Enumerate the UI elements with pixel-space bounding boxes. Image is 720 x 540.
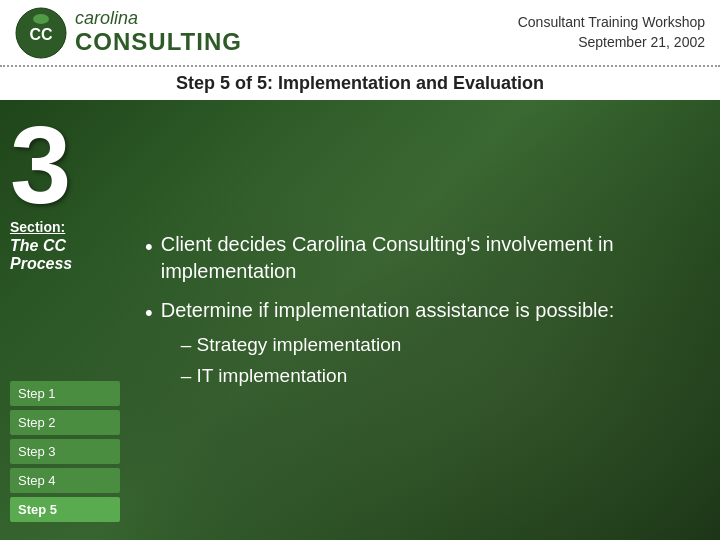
right-content: • Client decides Carolina Consulting's i… bbox=[130, 100, 720, 537]
step-buttons: Step 1 Step 2 Step 3 Step 4 Step 5 bbox=[10, 381, 120, 522]
sub-bullet-1: – Strategy implementation bbox=[181, 332, 615, 359]
sub-bullet-text-2: – IT implementation bbox=[181, 363, 348, 390]
section-name-line2: Process bbox=[10, 255, 120, 273]
step-3-button[interactable]: Step 3 bbox=[10, 439, 120, 464]
sub-bullet-2: – IT implementation bbox=[181, 363, 615, 390]
sub-bullet-text-1: – Strategy implementation bbox=[181, 332, 402, 359]
bullet-item-1: • Client decides Carolina Consulting's i… bbox=[145, 231, 690, 285]
svg-point-2 bbox=[33, 14, 49, 24]
bullet-text-1: Client decides Carolina Consulting's inv… bbox=[161, 231, 690, 285]
header-title-line2: September 21, 2002 bbox=[518, 33, 705, 53]
sub-bullet-list: – Strategy implementation – IT implement… bbox=[181, 332, 615, 389]
header: CC carolina CONSULTING Consultant Traini… bbox=[0, 0, 720, 65]
section-label: Section: bbox=[10, 219, 120, 235]
logo-carolina-text: carolina bbox=[75, 9, 242, 29]
logo-area: CC carolina CONSULTING bbox=[15, 7, 242, 59]
header-title-line1: Consultant Training Workshop bbox=[518, 13, 705, 33]
step-title-bar: Step 5 of 5: Implementation and Evaluati… bbox=[0, 65, 720, 100]
logo-text: carolina CONSULTING bbox=[75, 9, 242, 55]
bullet-item-2: • Determine if implementation assistance… bbox=[145, 297, 690, 393]
header-title: Consultant Training Workshop September 2… bbox=[518, 13, 705, 52]
bullet-text-2: Determine if implementation assistance i… bbox=[161, 299, 615, 321]
logo-icon: CC bbox=[15, 7, 67, 59]
big-number: 3 bbox=[10, 115, 120, 214]
svg-text:CC: CC bbox=[29, 25, 53, 42]
bullet-content-2: Determine if implementation assistance i… bbox=[161, 297, 615, 393]
left-sidebar: 3 Section: The CC Process Step 1 Step 2 … bbox=[0, 100, 130, 537]
step-1-button[interactable]: Step 1 bbox=[10, 381, 120, 406]
bullet-dot-2: • bbox=[145, 298, 153, 328]
section-name-line1: The CC bbox=[10, 237, 120, 255]
step-4-button[interactable]: Step 4 bbox=[10, 468, 120, 493]
main-content: 3 Section: The CC Process Step 1 Step 2 … bbox=[0, 100, 720, 537]
logo-consulting-text: CONSULTING bbox=[75, 29, 242, 55]
step-2-button[interactable]: Step 2 bbox=[10, 410, 120, 435]
bullet-list: • Client decides Carolina Consulting's i… bbox=[145, 231, 690, 405]
bullet-dot-1: • bbox=[145, 232, 153, 262]
step-5-button[interactable]: Step 5 bbox=[10, 497, 120, 522]
step-title-text: Step 5 of 5: Implementation and Evaluati… bbox=[176, 73, 544, 93]
